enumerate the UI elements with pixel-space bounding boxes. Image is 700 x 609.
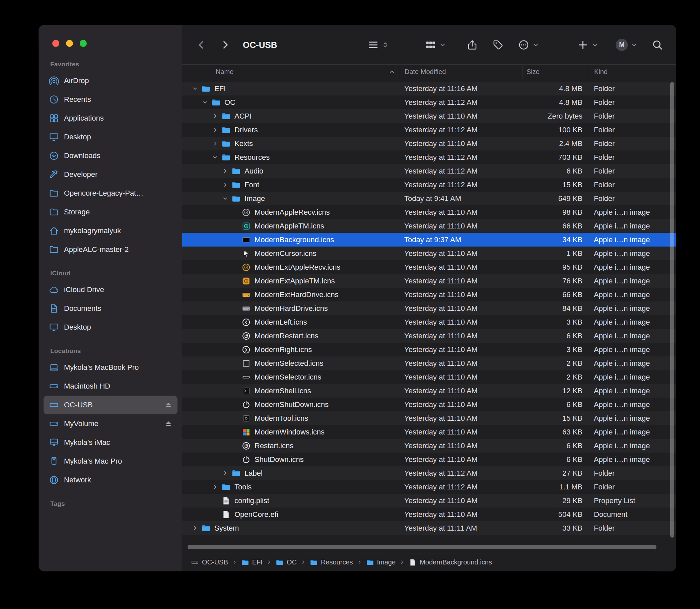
file-row-acpi[interactable]: ACPIYesterday at 11:10 AMZero bytesFolde…	[182, 109, 676, 123]
account-button[interactable]: M	[616, 39, 638, 51]
file-row-modernrestart-icns[interactable]: ModernRestart.icnsYesterday at 11:10 AM6…	[182, 329, 676, 343]
indent-spacer	[182, 363, 231, 363]
file-row-image[interactable]: ImageToday at 9:41 AM649 KBFolder	[182, 192, 676, 205]
path-item-oc[interactable]: OC	[276, 558, 297, 567]
path-item-resources[interactable]: Resources	[310, 558, 353, 567]
file-row-restart-icns[interactable]: Restart.icnsYesterday at 11:10 AM6 KBApp…	[182, 439, 676, 453]
path-item-image[interactable]: Image	[366, 558, 396, 567]
column-header-size[interactable]: Size	[522, 65, 588, 79]
file-row-opencore-efi[interactable]: OpenCore.efiYesterday at 11:10 AM504 KBD…	[182, 507, 676, 521]
disclosure-triangle-icon[interactable]	[221, 470, 229, 477]
file-row-config-plist[interactable]: config.plistYesterday at 11:10 AM29 KBPr…	[182, 494, 676, 507]
group-button[interactable]	[425, 39, 446, 51]
share-button[interactable]	[467, 39, 478, 51]
file-row-moderntool-icns[interactable]: ModernTool.icnsYesterday at 11:10 AM15 K…	[182, 411, 676, 425]
file-row-kexts[interactable]: KextsYesterday at 11:10 AM2.4 MBFolder	[182, 137, 676, 151]
disclosure-triangle-icon[interactable]	[221, 195, 229, 202]
file-row-modernshutdown-icns[interactable]: ModernShutDown.icnsYesterday at 11:10 AM…	[182, 398, 676, 411]
sidebar-item-developer[interactable]: Developer	[43, 165, 177, 184]
file-row-moderncursor-icns[interactable]: ModernCursor.icnsYesterday at 11:10 AM1 …	[182, 246, 676, 260]
sidebar-item-network[interactable]: Network	[43, 471, 177, 489]
disclosure-triangle-icon[interactable]	[221, 181, 229, 189]
file-name: ShutDown.icns	[255, 455, 304, 464]
column-header-kind[interactable]: Kind	[588, 65, 676, 79]
search-button[interactable]	[652, 39, 663, 51]
file-kind: Apple i…n image	[588, 263, 676, 272]
sidebar-item-desktop[interactable]: Desktop	[43, 318, 177, 337]
disclosure-triangle-icon	[231, 209, 240, 216]
file-row-font[interactable]: FontYesterday at 11:12 AM15 KBFolder	[182, 178, 676, 192]
disclosure-triangle-icon[interactable]	[211, 140, 220, 147]
file-row-modernextharddrive-icns[interactable]: ModernExtHardDrive.icnsYesterday at 11:1…	[182, 288, 676, 301]
sidebar-item-desktop[interactable]: Desktop	[43, 128, 177, 146]
path-item-modernbackground-icns[interactable]: ModernBackground.icns	[408, 558, 492, 567]
file-row-modernextappletm-icns[interactable]: ModernExtAppleTM.icnsYesterday at 11:10 …	[182, 274, 676, 288]
column-header-name[interactable]: Name	[182, 65, 399, 79]
close-button[interactable]	[52, 40, 59, 47]
disclosure-triangle-icon[interactable]	[211, 483, 220, 491]
sidebar-item-storage[interactable]: Storage	[43, 203, 177, 222]
file-row-efi[interactable]: EFIYesterday at 11:16 AM4.8 MBFolder	[182, 82, 676, 95]
path-item-efi[interactable]: EFI	[241, 558, 263, 567]
view-mode-button[interactable]	[368, 39, 389, 51]
sidebar-item-mykola-s-mac-pro[interactable]: Mykola’s Mac Pro	[43, 452, 177, 471]
add-button[interactable]	[577, 39, 598, 51]
indent-spacer	[182, 487, 211, 487]
sidebar-item-label: Mykola’s Mac Pro	[64, 457, 122, 466]
sidebar-item-documents[interactable]: Documents	[43, 299, 177, 318]
sidebar-item-macintosh-hd[interactable]: Macintosh HD	[43, 377, 177, 396]
horizontal-scrollbar[interactable]	[188, 545, 657, 549]
sidebar-item-opencore-legacy-pat[interactable]: Opencore-Legacy-Pat…	[43, 184, 177, 203]
disclosure-triangle-icon[interactable]	[221, 168, 229, 175]
folder-icon	[222, 125, 231, 135]
zoom-button[interactable]	[80, 40, 87, 47]
sidebar-item-mykola-s-macbook-pro[interactable]: Mykola’s MacBook Pro	[43, 358, 177, 377]
sidebar-item-oc-usb[interactable]: OC-USB	[43, 396, 177, 414]
file-row-modernwindows-icns[interactable]: ModernWindows.icnsYesterday at 11:10 AM6…	[182, 425, 676, 439]
file-row-modernselector-icns[interactable]: ModernSelector.icnsYesterday at 11:10 AM…	[182, 370, 676, 384]
file-name-cell: Tools	[182, 482, 399, 492]
sidebar-item-applications[interactable]: Applications	[43, 109, 177, 128]
disclosure-triangle-icon[interactable]	[191, 525, 199, 532]
file-row-shutdown-icns[interactable]: ShutDown.icnsYesterday at 11:10 AM6 KBAp…	[182, 453, 676, 466]
file-row-system[interactable]: SystemYesterday at 11:11 AM33 KBFolder	[182, 521, 676, 535]
disclosure-triangle-icon[interactable]	[211, 154, 220, 161]
vertical-scrollbar[interactable]	[670, 82, 674, 538]
sidebar-item-myvolume[interactable]: MyVolume	[43, 414, 177, 433]
column-header-date-modified[interactable]: Date Modified	[399, 65, 522, 79]
minimize-button[interactable]	[66, 40, 73, 47]
more-actions-button[interactable]	[518, 39, 539, 51]
file-row-label[interactable]: LabelYesterday at 11:12 AM27 KBFolder	[182, 466, 676, 480]
disclosure-triangle-icon[interactable]	[191, 85, 199, 92]
sidebar-item-applealc-master-2[interactable]: AppleALC-master-2	[43, 240, 177, 259]
path-item-oc-usb[interactable]: OC-USB	[191, 558, 228, 567]
sidebar-item-icloud-drive[interactable]: iCloud Drive	[43, 280, 177, 299]
file-row-drivers[interactable]: DriversYesterday at 11:12 AM100 KBFolder	[182, 123, 676, 137]
eject-icon[interactable]	[164, 401, 173, 410]
file-row-modernright-icns[interactable]: ModernRight.icnsYesterday at 11:10 AM3 K…	[182, 343, 676, 356]
disclosure-triangle-icon[interactable]	[211, 112, 220, 120]
sidebar-item-mykolagrymalyuk[interactable]: mykolagrymalyuk	[43, 222, 177, 240]
file-row-oc[interactable]: OCYesterday at 11:12 AM4.8 MBFolder	[182, 95, 676, 109]
file-row-modernbackground-icns[interactable]: ModernBackground.icnsToday at 9:37 AM34 …	[182, 233, 676, 246]
forward-button[interactable]	[220, 39, 231, 51]
sidebar-item-airdrop[interactable]: AirDrop	[43, 71, 177, 90]
back-button[interactable]	[195, 39, 207, 51]
file-row-modernleft-icns[interactable]: ModernLeft.icnsYesterday at 11:10 AM3 KB…	[182, 315, 676, 329]
file-row-modernshell-icns[interactable]: ModernShell.icnsYesterday at 11:10 AM12 …	[182, 384, 676, 398]
file-row-tools[interactable]: ToolsYesterday at 11:12 AM1.1 MBFolder	[182, 480, 676, 494]
sidebar-item-downloads[interactable]: Downloads	[43, 146, 177, 165]
disclosure-triangle-icon[interactable]	[200, 99, 209, 106]
sidebar-item-recents[interactable]: Recents	[43, 90, 177, 109]
file-row-modernselected-icns[interactable]: ModernSelected.icnsYesterday at 11:10 AM…	[182, 356, 676, 370]
file-row-modernapplerecv-icns[interactable]: ModernAppleRecv.icnsYesterday at 11:10 A…	[182, 205, 676, 219]
sidebar-item-mykola-s-imac[interactable]: Mykola’s iMac	[43, 433, 177, 452]
eject-icon[interactable]	[164, 419, 173, 428]
disclosure-triangle-icon[interactable]	[211, 126, 220, 134]
file-row-modernharddrive-icns[interactable]: ModernHardDrive.icnsYesterday at 11:10 A…	[182, 301, 676, 315]
file-row-modernextapplerecv-icns[interactable]: ModernExtAppleRecv.icnsYesterday at 11:1…	[182, 260, 676, 274]
file-row-resources[interactable]: ResourcesYesterday at 11:12 AM703 KBFold…	[182, 151, 676, 164]
file-row-modernappletm-icns[interactable]: ModernAppleTM.icnsYesterday at 11:10 AM6…	[182, 219, 676, 233]
file-row-audio[interactable]: AudioYesterday at 11:12 AM6 KBFolder	[182, 164, 676, 178]
tags-button[interactable]	[492, 39, 504, 51]
